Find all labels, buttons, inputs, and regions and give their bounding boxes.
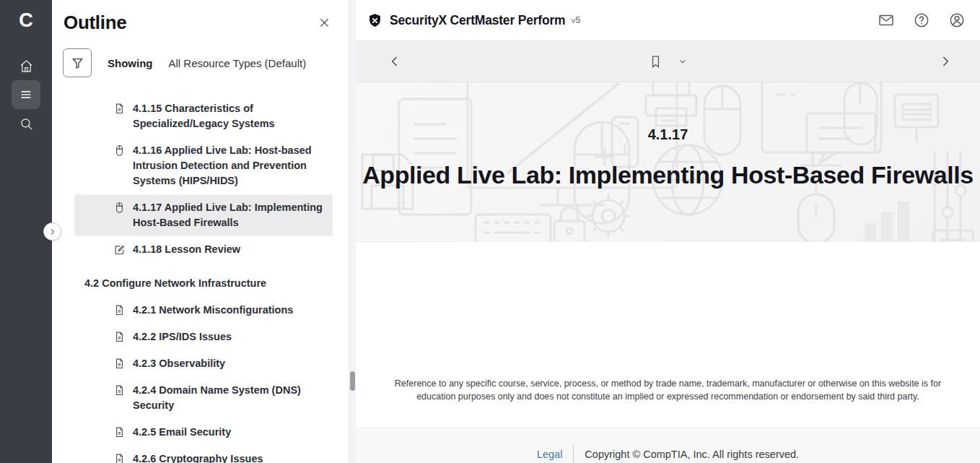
outline-item[interactable]: 4.1.18 Lesson Review (74, 236, 333, 263)
disclaimer-text: Reference to any specific course, servic… (387, 377, 950, 428)
menu-icon (19, 87, 33, 102)
outline-menu-button[interactable] (12, 80, 40, 109)
next-chevron-icon (938, 54, 953, 69)
search-button[interactable] (12, 109, 40, 138)
legal-link[interactable]: Legal (537, 449, 562, 460)
version-badge: v5 (571, 15, 580, 25)
document-icon (113, 304, 126, 316)
profile-icon (948, 12, 966, 29)
bookmark-group (648, 54, 688, 69)
copyright-text: Copyright © CompTIA, Inc. All rights res… (585, 449, 799, 460)
outline-item-label: 4.1.15 Characteristics of Specialized/Le… (133, 101, 325, 131)
pattern-gear-icon (579, 187, 637, 242)
lesson-number: 4.1.17 (356, 126, 980, 143)
outline-item-label: 4.2.1 Network Misconfigurations (133, 303, 293, 318)
page-footer: Legal Copyright © CompTIA, Inc. All righ… (356, 428, 980, 463)
outline-item[interactable]: 4.2.2 IPS/IDS Issues (74, 324, 333, 350)
previous-lesson-button[interactable] (388, 54, 402, 69)
outline-item[interactable]: 4.1.17 Applied Live Lab: Implementing Ho… (74, 194, 333, 236)
app-title: SecurityX CertMaster Perform (390, 13, 565, 28)
home-button[interactable] (12, 51, 40, 80)
filter-row: Showing All Resource Types (Default) (63, 48, 349, 77)
outline-title: Outline (64, 12, 126, 34)
outline-scrollbar-track[interactable] (349, 0, 356, 463)
filter-value: All Resource Types (Default) (169, 57, 307, 69)
outline-item-label: 4.1.17 Applied Live Lab: Implementing Ho… (133, 200, 325, 230)
outline-list: 4.1.15 Characteristics of Specialized/Le… (74, 95, 333, 463)
panel-toggle-button[interactable] (43, 222, 61, 241)
bookmark-button[interactable] (648, 54, 663, 69)
outline-item-label: 4.1.18 Lesson Review (133, 242, 240, 257)
lab-mouse-icon (113, 202, 126, 214)
outline-item-label: 4.1.16 Applied Live Lab: Host-based Intr… (133, 143, 325, 189)
app-root: { "colors": { "rail_bg": "#3a3e44", "rai… (0, 0, 980, 463)
outline-item-label: 4.2.6 Cryptography Issues (133, 451, 263, 463)
securityx-shield-icon (367, 13, 382, 28)
outline-close-button[interactable] (316, 14, 333, 31)
outline-item[interactable]: 4.2.3 Observability (74, 350, 333, 377)
outline-header: Outline (52, 0, 349, 34)
search-icon (19, 116, 34, 131)
outline-item[interactable]: 4.2.6 Cryptography Issues (74, 446, 333, 463)
pattern-chart-icon (861, 198, 915, 242)
footer-divider (573, 446, 574, 463)
outline-item[interactable]: 4.1.16 Applied Live Lab: Host-based Intr… (74, 137, 333, 194)
pattern-keyboard-icon (473, 212, 553, 242)
outline-item-label: 4.2.2 IPS/IDS Issues (133, 329, 232, 345)
outline-scrollbar-thumb[interactable] (350, 371, 355, 391)
expand-panel-chevron-icon (48, 228, 57, 236)
showing-label: Showing (108, 57, 153, 69)
document-icon (113, 384, 126, 397)
lesson-body-area: Reference to any specific course, servic… (356, 242, 980, 428)
rail-nav (0, 51, 52, 138)
outline-item-label: 4.2 Configure Network Infrastructure (84, 276, 266, 291)
outline-item[interactable]: 4.2 Configure Network Infrastructure (74, 270, 333, 297)
lesson-toolbar (356, 41, 980, 82)
close-icon (318, 16, 331, 30)
home-icon (19, 59, 34, 74)
comptia-logo[interactable]: C (0, 0, 52, 40)
document-icon (113, 103, 126, 115)
back-chevron-icon (388, 54, 402, 69)
help-icon (913, 12, 930, 29)
funnel-icon (71, 56, 84, 70)
outline-item-label: 4.2.3 Observability (133, 356, 225, 371)
outline-item[interactable]: 4.2.5 Email Security (74, 419, 333, 446)
mail-icon (878, 12, 895, 29)
outline-item[interactable]: 4.2.4 Domain Name System (DNS) Security (74, 377, 333, 419)
document-icon (113, 331, 126, 343)
next-lesson-button[interactable] (938, 54, 953, 69)
mail-button[interactable] (878, 12, 895, 29)
filter-button[interactable] (63, 48, 92, 77)
lesson-title: Applied Live Lab: Implementing Host-Base… (356, 161, 980, 189)
document-icon (113, 426, 126, 438)
outline-item[interactable]: 4.2.1 Network Misconfigurations (74, 297, 333, 324)
pattern-document-icon (929, 227, 976, 242)
outline-item-label: 4.2.5 Email Security (133, 425, 231, 440)
document-icon (113, 453, 126, 463)
lesson-hero: 4.1.17 Applied Live Lab: Implementing Ho… (356, 82, 980, 242)
help-button[interactable] (913, 12, 930, 29)
edit-icon (113, 243, 126, 256)
caret-down-icon (678, 56, 688, 66)
profile-button[interactable] (948, 12, 966, 29)
lab-mouse-icon (113, 144, 126, 157)
header-icons (878, 12, 966, 29)
main-header: SecurityX CertMaster Perform v5 (356, 0, 980, 41)
outline-panel: Outline Showing All Resource Types (Defa… (52, 0, 349, 463)
bookmark-menu-button[interactable] (678, 56, 688, 66)
document-icon (113, 358, 126, 370)
hero-text: 4.1.17 Applied Live Lab: Implementing Ho… (356, 82, 980, 189)
outline-item-label: 4.2.4 Domain Name System (DNS) Security (133, 383, 325, 413)
outline-item[interactable]: 4.1.15 Characteristics of Specialized/Le… (74, 95, 333, 137)
main-content: SecurityX CertMaster Perform v5 (356, 0, 980, 463)
bookmark-icon (648, 54, 663, 69)
